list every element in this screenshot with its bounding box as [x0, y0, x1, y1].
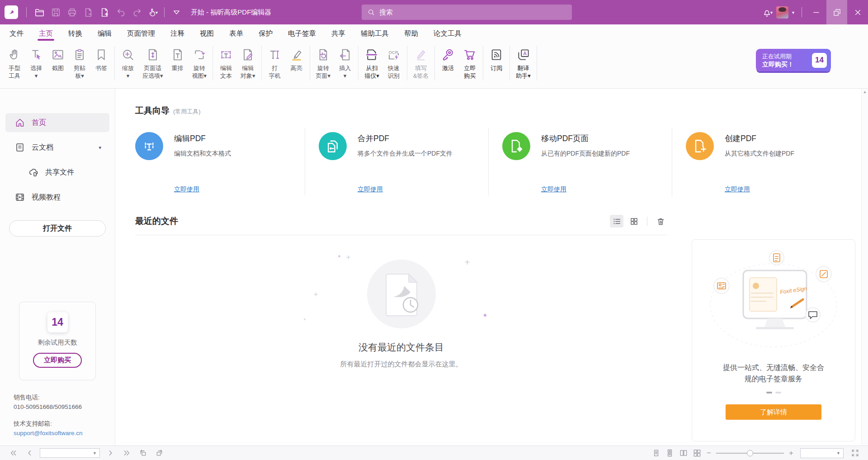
next-view-button[interactable]	[152, 447, 166, 459]
tool-cards: 编辑PDF 编辑文档和文本格式 立即使用 合并PDF 将多个文件合并生成一个PD…	[135, 128, 855, 195]
delete-page-button[interactable]	[79, 4, 95, 21]
hand-tool[interactable]: 手型 工具	[4, 45, 25, 80]
last-page-icon	[123, 449, 131, 457]
grid-view-button[interactable]	[627, 215, 641, 228]
tab-accessibility[interactable]: 辅助工具	[353, 24, 396, 43]
tab-esign[interactable]: 电子签章	[280, 24, 324, 43]
snapshot-tool[interactable]: 截图	[47, 45, 69, 72]
continuous-facing-view-button[interactable]	[690, 447, 703, 459]
subscribe[interactable]: 订阅	[486, 45, 507, 72]
zoom-tool[interactable]: 缩放 ▾	[117, 45, 139, 80]
tab-share[interactable]: 共享	[324, 24, 353, 43]
save-button[interactable]	[47, 4, 63, 21]
user-avatar[interactable]	[776, 6, 788, 19]
buy-now[interactable]: 立即 购买	[459, 45, 481, 80]
add-page-button[interactable]	[95, 4, 112, 21]
minimize-button[interactable]	[806, 0, 826, 24]
highlight[interactable]: 高亮	[286, 45, 307, 72]
tab-convert[interactable]: 转换	[61, 24, 90, 43]
previous-view-button[interactable]	[136, 447, 150, 459]
tab-file[interactable]: 文件	[2, 24, 31, 43]
clipboard-tool[interactable]: 剪贴 板▾	[69, 45, 90, 80]
previous-page-button[interactable]	[23, 447, 36, 459]
fill-sign[interactable]: 填写 &签名	[410, 45, 433, 80]
last-page-button[interactable]	[120, 447, 133, 459]
rotate-pages[interactable]: 旋转 页面▾	[312, 45, 335, 80]
first-page-button[interactable]	[6, 447, 20, 459]
print-button[interactable]	[63, 4, 79, 21]
from-scanner[interactable]: 从扫 描仪▾	[361, 45, 383, 80]
sidebar-item-home[interactable]: 首页	[5, 113, 109, 132]
use-now-link[interactable]: 立即使用	[358, 185, 383, 194]
tab-protect[interactable]: 保护	[251, 24, 280, 43]
zoom-slider[interactable]	[716, 447, 784, 459]
quick-ocr[interactable]: 快速 识别	[383, 45, 405, 80]
restore-button[interactable]	[826, 0, 847, 24]
sales-phone-number: 010-50951668/50951666	[14, 402, 83, 412]
notifications-button[interactable]: ▾	[759, 4, 775, 21]
tab-edit[interactable]: 编辑	[90, 24, 119, 43]
scroll-up-arrow[interactable]: ▲	[863, 90, 867, 94]
rotate-view[interactable]: 旋转 视图▾	[189, 45, 211, 80]
support-email-link[interactable]: support@foxitsoftware.cn	[14, 428, 83, 438]
carousel-dots[interactable]	[766, 392, 781, 394]
open-file-button-sidebar[interactable]: 打开文件	[9, 220, 106, 237]
use-now-link[interactable]: 立即使用	[541, 185, 566, 194]
tab-help[interactable]: 帮助	[396, 24, 426, 43]
redo-button[interactable]	[128, 4, 144, 21]
zoom-slider-thumb[interactable]	[747, 450, 753, 456]
tab-form[interactable]: 表单	[222, 24, 251, 43]
activate[interactable]: 激活	[437, 45, 459, 72]
group-separator	[537, 46, 537, 81]
zoom-out-button[interactable]: −	[703, 449, 714, 458]
touch-mode-button[interactable]: ▾	[144, 4, 160, 21]
single-page-view-button[interactable]	[649, 447, 663, 459]
page-combo-caret[interactable]: ▼	[93, 451, 97, 455]
tab-comment[interactable]: 注释	[163, 24, 192, 43]
fullscreen-button[interactable]	[848, 447, 862, 459]
sparkle-dot	[338, 255, 340, 257]
typewriter[interactable]: 打 字机	[264, 45, 286, 80]
fit-page-options[interactable]: 页面适 应选项▾	[139, 45, 167, 80]
sidebar-item-video-tutorials[interactable]: 视频教程	[5, 188, 109, 207]
open-file-button[interactable]	[30, 4, 47, 21]
next-page-button[interactable]	[104, 447, 117, 459]
bookmark-tool[interactable]: 书签	[90, 45, 112, 72]
zoom-level-input[interactable]: ▼	[800, 448, 844, 458]
learn-more-button[interactable]: 了解详情	[726, 404, 821, 420]
tab-page-manage[interactable]: 页面管理	[119, 24, 163, 43]
app-logo-icon[interactable]	[5, 5, 18, 19]
close-button[interactable]	[847, 0, 868, 24]
edit-text[interactable]: 编辑 文本	[215, 45, 237, 80]
sales-phone-label: 销售电话:	[14, 393, 83, 402]
clear-recent-button[interactable]	[654, 215, 667, 228]
vertical-scrollbar[interactable]: ▲	[861, 89, 868, 446]
titlebar-separator	[26, 7, 27, 17]
reflow-tool[interactable]: 重排	[167, 45, 189, 72]
group-separator	[310, 46, 310, 81]
select-tool[interactable]: 选择 ▾	[25, 45, 47, 80]
sidebar-item-shared-files[interactable]: 共享文件	[5, 163, 109, 182]
collapse-ribbon-button[interactable]	[168, 4, 184, 21]
tab-home[interactable]: 主页	[31, 24, 61, 43]
facing-view-button[interactable]	[676, 447, 690, 459]
tab-paper-tools[interactable]: 论文工具	[426, 24, 469, 43]
sidebar-item-cloud-docs[interactable]: 云文档 ▾	[5, 138, 109, 157]
page-number-input[interactable]: ▼	[40, 448, 100, 458]
search-input[interactable]: 搜索	[362, 5, 572, 20]
menu-bar: 文件主页转换编辑页面管理注释视图表单保护电子签章共享辅助工具帮助论文工具	[0, 24, 868, 43]
use-now-link[interactable]: 立即使用	[725, 185, 750, 194]
zoom-combo-caret[interactable]: ▼	[836, 451, 840, 455]
insert-pages[interactable]: 插入 ▾	[334, 45, 356, 80]
list-view-button[interactable]	[610, 215, 623, 228]
account-menu-caret[interactable]: ▾	[792, 10, 794, 15]
edit-object[interactable]: 编辑 对象▾	[237, 45, 259, 80]
trial-purchase-badge[interactable]: 正在试用期 立即购买！ 14	[756, 49, 831, 71]
undo-button[interactable]	[112, 4, 128, 21]
buy-now-button[interactable]: 立即购买	[33, 353, 82, 368]
translate-assistant[interactable]: 翻译 助手▾	[512, 45, 534, 80]
continuous-view-button[interactable]	[663, 447, 676, 459]
tab-view[interactable]: 视图	[192, 24, 222, 43]
zoom-in-button[interactable]: +	[786, 449, 797, 458]
use-now-link[interactable]: 立即使用	[174, 185, 199, 194]
